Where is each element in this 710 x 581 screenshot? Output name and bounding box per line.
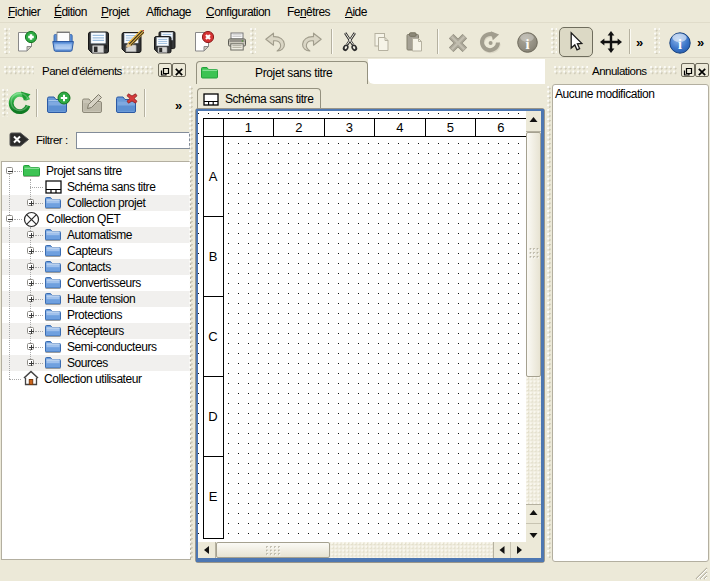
svg-text:i: i [678,37,682,52]
svg-text:i: i [525,36,529,52]
